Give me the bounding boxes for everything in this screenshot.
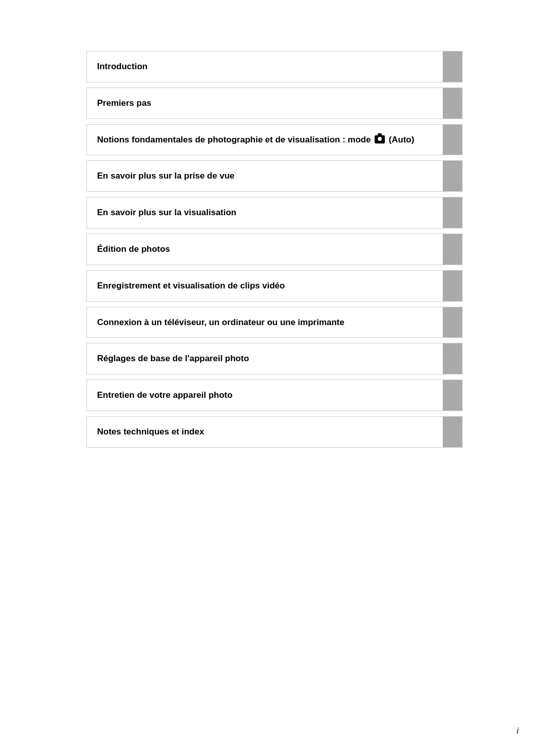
toc-item-entretien[interactable]: Entretien de votre appareil photo [86, 380, 463, 411]
toc-label-visualisation: En savoir plus sur la visualisation [97, 207, 236, 219]
toc-item-tab [443, 380, 462, 411]
toc-item-tab [443, 417, 462, 447]
toc-item-tab [443, 343, 462, 374]
toc-label-entretien: Entretien de votre appareil photo [97, 389, 232, 401]
toc-item-tab [443, 307, 462, 338]
toc-item-tab [443, 197, 462, 228]
toc-item-reglages-base[interactable]: Réglages de base de l'appareil photo [86, 343, 463, 374]
toc-item-tab [443, 161, 462, 191]
toc-label-enregistrement-clips: Enregistrement et visualisation de clips… [97, 280, 285, 292]
toc-label-premiers-pas: Premiers pas [97, 97, 151, 109]
toc-item-prise-de-vue[interactable]: En savoir plus sur la prise de vue [86, 160, 463, 192]
toc-item-content: Premiers pas [87, 88, 443, 119]
toc-item-tab [443, 51, 462, 82]
toc-container: Introduction Premiers pas Notions fondam… [86, 51, 463, 453]
toc-label-reglages-base: Réglages de base de l'appareil photo [97, 353, 249, 365]
toc-item-content: Connexion à un téléviseur, un ordinateur… [87, 307, 443, 338]
toc-item-notes-techniques[interactable]: Notes techniques et index [86, 416, 463, 448]
toc-item-enregistrement-clips[interactable]: Enregistrement et visualisation de clips… [86, 270, 463, 302]
toc-item-premiers-pas[interactable]: Premiers pas [86, 88, 463, 119]
toc-item-tab [443, 271, 462, 301]
toc-item-connexion[interactable]: Connexion à un téléviseur, un ordinateur… [86, 307, 463, 338]
toc-item-tab [443, 125, 462, 155]
toc-item-notions-fondamentales[interactable]: Notions fondamentales de photographie et… [86, 124, 463, 156]
toc-item-edition-photos[interactable]: Édition de photos [86, 234, 463, 265]
toc-label-notes-techniques: Notes techniques et index [97, 426, 204, 438]
page-container: Introduction Premiers pas Notions fondam… [0, 0, 549, 756]
toc-item-content: Notes techniques et index [87, 417, 443, 447]
toc-item-tab [443, 234, 462, 265]
toc-item-content: En savoir plus sur la prise de vue [87, 161, 443, 191]
toc-item-content: Enregistrement et visualisation de clips… [87, 271, 443, 301]
toc-label-introduction: Introduction [97, 61, 147, 73]
toc-item-visualisation[interactable]: En savoir plus sur la visualisation [86, 197, 463, 228]
toc-label-prise-de-vue: En savoir plus sur la prise de vue [97, 170, 234, 182]
toc-label-connexion: Connexion à un téléviseur, un ordinateur… [97, 316, 344, 329]
toc-item-content: Réglages de base de l'appareil photo [87, 343, 443, 374]
page-number: i [516, 726, 518, 736]
toc-label-edition-photos: Édition de photos [97, 243, 170, 255]
toc-item-content: Notions fondamentales de photographie et… [87, 125, 443, 155]
toc-item-introduction[interactable]: Introduction [86, 51, 463, 82]
toc-item-content: Introduction [87, 51, 443, 82]
toc-item-content: Entretien de votre appareil photo [87, 380, 443, 411]
camera-icon [375, 135, 385, 143]
toc-item-tab [443, 88, 462, 119]
toc-item-content: En savoir plus sur la visualisation [87, 197, 443, 228]
toc-item-content: Édition de photos [87, 234, 443, 265]
toc-label-notions-fondamentales: Notions fondamentales de photographie et… [97, 134, 414, 146]
